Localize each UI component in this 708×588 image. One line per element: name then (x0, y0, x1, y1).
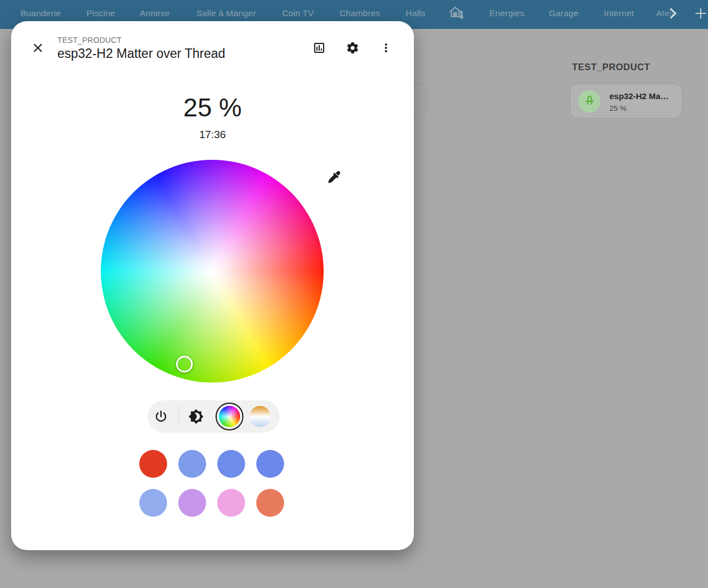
color-mode-button-selected[interactable] (216, 403, 243, 430)
mode-toolbar (148, 400, 280, 433)
device-card-state: 25 % (609, 104, 627, 112)
nav-tab-salle-a-manger[interactable]: Salle à Manger (196, 8, 256, 18)
nav-tab-halls[interactable]: Halls (406, 8, 425, 18)
light-control-dialog: TEST_PRODUCT esp32-H2 Matter over Thread… (11, 21, 414, 550)
nav-tab-chambres[interactable]: Chambres (339, 8, 380, 18)
nav-tab-buanderie[interactable]: Buanderie (21, 8, 61, 18)
led-icon (582, 93, 597, 110)
section-title: TEST_PRODUCT (572, 62, 650, 72)
nav-tab-piscine[interactable]: Piscine (86, 8, 115, 18)
plus-icon[interactable] (692, 5, 708, 24)
dots-vertical-icon (379, 41, 393, 56)
nav-tab-coin-tv[interactable]: Coin TV (282, 8, 314, 18)
chart-box-icon (313, 41, 326, 56)
last-changed-time: 17:36 (11, 129, 414, 141)
eyedropper-icon[interactable] (327, 170, 341, 184)
home-thermometer-icon[interactable] (449, 4, 466, 23)
color-swatch[interactable] (217, 489, 245, 517)
chevron-right-icon[interactable] (663, 4, 681, 24)
color-swatch[interactable] (178, 450, 206, 478)
settings-button[interactable] (341, 37, 364, 60)
nav-tab-annexe[interactable]: Annexe (140, 8, 170, 18)
color-swatch[interactable] (178, 489, 206, 517)
dialog-title: esp32-H2 Matter over Thread (57, 46, 225, 61)
toolbar-divider (179, 408, 179, 425)
nav-tab-internet[interactable]: Internet (604, 8, 634, 18)
dialog-subtitle: TEST_PRODUCT (57, 36, 121, 45)
history-button[interactable] (308, 37, 330, 60)
brightness-icon[interactable] (188, 409, 204, 424)
power-icon[interactable] (153, 409, 169, 424)
close-button[interactable] (27, 37, 49, 60)
color-swatch[interactable] (139, 489, 167, 517)
device-card-name: esp32-H2 Ma… (609, 91, 677, 101)
color-swatch[interactable] (139, 450, 167, 478)
close-icon (31, 41, 45, 57)
color-swatch[interactable] (256, 489, 284, 517)
color-swatch[interactable] (217, 450, 245, 478)
device-card[interactable]: esp32-H2 Ma… 25 % (570, 84, 682, 119)
color-wheel[interactable] (101, 160, 324, 383)
brightness-value: 25 % (11, 92, 414, 122)
color-swatch[interactable] (256, 450, 284, 478)
device-badge (578, 90, 600, 112)
nav-tab-garage[interactable]: Garage (549, 8, 579, 18)
color-wheel-selector[interactable] (176, 356, 193, 373)
more-menu-button[interactable] (375, 37, 397, 60)
gear-icon (346, 41, 359, 56)
color-temperature-icon[interactable] (250, 406, 271, 427)
nav-tab-energies[interactable]: Energies (490, 8, 525, 18)
color-wheel-icon (219, 406, 240, 427)
